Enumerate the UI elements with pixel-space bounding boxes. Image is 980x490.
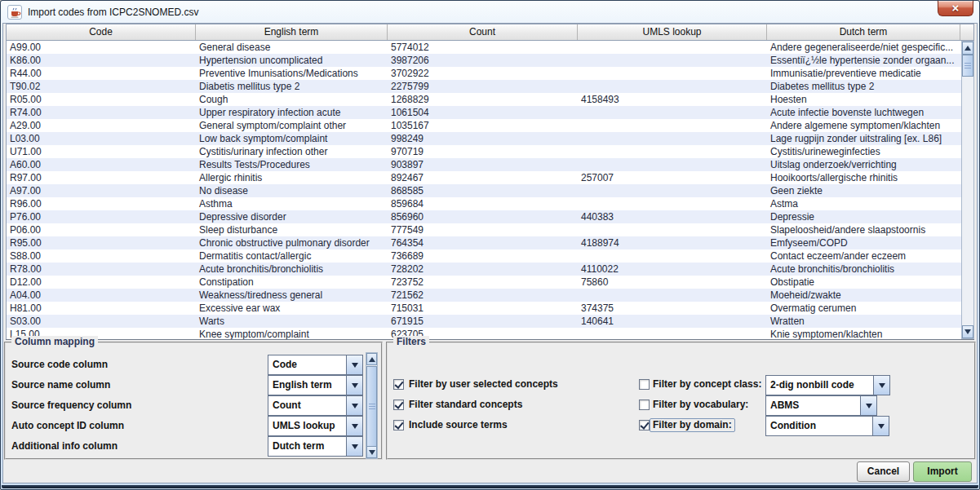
table-row[interactable]: R05.00Cough12688294158493Hoesten bbox=[7, 93, 961, 106]
table-scrollbar-up-button[interactable] bbox=[962, 42, 973, 55]
close-button[interactable]: × bbox=[938, 1, 973, 16]
table-row[interactable]: S03.00Warts671915140641Wratten bbox=[7, 315, 961, 328]
column-header-corner bbox=[960, 24, 973, 40]
additional-info-column-dropdown-arrow-button[interactable] bbox=[346, 437, 362, 456]
column-header-umls-lookup[interactable]: UMLS lookup bbox=[578, 24, 767, 40]
table-row[interactable]: D12.00Constipation72375275860Obstipatie bbox=[7, 276, 961, 289]
cell-dutch-term: Knie symptomen/klachten bbox=[767, 328, 960, 339]
filter-by-concept-class-checkbox[interactable] bbox=[639, 379, 650, 390]
titlebar[interactable]: Import codes from ICPC2SNOMED.csv bbox=[1, 1, 979, 23]
cell-english-term: Cough bbox=[196, 93, 388, 106]
table-row[interactable]: H81.00Excessive ear wax715031374375Overm… bbox=[7, 302, 961, 315]
table-row[interactable]: A04.00Weakness/tiredness general721562Mo… bbox=[7, 289, 961, 302]
table-row[interactable]: R78.00Acute bronchitis/bronchiolitis7282… bbox=[7, 263, 961, 276]
cell-umls-lookup bbox=[578, 145, 767, 158]
filter-by-vocabulary-checkbox[interactable] bbox=[639, 400, 650, 410]
table-scrollbar[interactable] bbox=[961, 41, 974, 339]
source-frequency-column-dropdown-value: Count bbox=[268, 396, 346, 415]
cell-umls-lookup: 440383 bbox=[578, 210, 767, 223]
source-frequency-column-dropdown-arrow-button[interactable] bbox=[346, 396, 362, 415]
table-row[interactable]: R96.00Asthma859684Astma bbox=[7, 197, 961, 210]
table-scrollbar-thumb[interactable] bbox=[962, 55, 973, 77]
column-mapping-title: Column mapping bbox=[11, 336, 98, 347]
auto-concept-id-column-dropdown-arrow-button[interactable] bbox=[346, 417, 362, 435]
source-code-column-dropdown[interactable]: Code bbox=[268, 355, 363, 375]
cell-count: 5774012 bbox=[388, 41, 578, 54]
table-row[interactable]: A60.00Results Tests/Procedures903897Uits… bbox=[7, 158, 961, 171]
filter-by-vocabulary-label: Filter by vocabulary: bbox=[653, 400, 748, 410]
cell-count: 715031 bbox=[388, 302, 578, 315]
cell-umls-lookup: 140641 bbox=[578, 315, 767, 328]
mapping-scrollbar-down-button[interactable] bbox=[366, 446, 377, 458]
cancel-button[interactable]: Cancel bbox=[857, 461, 910, 482]
filter-standard-concepts-checkbox[interactable] bbox=[393, 400, 404, 410]
filter-by-domain-dropdown-arrow-button[interactable] bbox=[872, 417, 889, 435]
table-row[interactable]: A29.00General symptom/complaint other103… bbox=[7, 119, 961, 132]
filter-by-vocabulary-dropdown[interactable]: ABMS bbox=[765, 395, 877, 416]
filter-by-concept-class-dropdown[interactable]: 2-dig nonbill code bbox=[765, 375, 890, 395]
filter-by-domain-checkbox[interactable] bbox=[639, 420, 650, 430]
column-header-count[interactable]: Count bbox=[388, 24, 578, 40]
filter-by-concept-class-dropdown-arrow-button[interactable] bbox=[873, 376, 889, 395]
column-header-code[interactable]: Code bbox=[7, 24, 196, 40]
cell-english-term: Weakness/tiredness general bbox=[196, 289, 388, 302]
source-name-column-dropdown[interactable]: English term bbox=[268, 375, 363, 395]
filter-by-domain-dropdown-value: Condition bbox=[766, 417, 872, 435]
table-row[interactable]: R44.00Preventive Imunisations/Medication… bbox=[7, 67, 961, 80]
source-name-column-dropdown-arrow-button[interactable] bbox=[346, 376, 362, 395]
mapping-scrollbar-up-button[interactable] bbox=[366, 353, 377, 365]
table-row[interactable]: A99.00General disease5774012Andere gegen… bbox=[7, 41, 961, 54]
cell-code: P76.00 bbox=[7, 210, 196, 223]
source-code-column-dropdown-arrow-button[interactable] bbox=[346, 355, 362, 374]
cell-count: 2275799 bbox=[388, 80, 578, 93]
table-row[interactable]: T90.02Diabetis mellitus type 22275799Dia… bbox=[7, 80, 961, 93]
table-row[interactable]: R97.00Allergic rhinitis892467257007Hooik… bbox=[7, 171, 961, 184]
filter-by-concept-class-dropdown-value: 2-dig nonbill code bbox=[766, 376, 873, 395]
cell-count: 1035167 bbox=[388, 119, 578, 132]
filter-by-user-selected-concepts-label: Filter by user selected concepts bbox=[409, 379, 558, 390]
table-row[interactable]: P06.00Sleep disturbance777549Slapelooshe… bbox=[7, 223, 961, 236]
window-bottom-edge bbox=[2, 485, 978, 488]
filter-by-domain-label: Filter by domain: bbox=[650, 418, 735, 432]
mapping-scrollbar[interactable] bbox=[366, 352, 378, 459]
table-row[interactable]: A97.00No disease868585Geen ziekte bbox=[7, 184, 961, 197]
table-row[interactable]: P76.00Depressive disorder856960440383Dep… bbox=[7, 210, 961, 223]
additional-info-column-dropdown-value: Dutch term bbox=[268, 437, 346, 456]
cell-umls-lookup bbox=[578, 184, 767, 197]
mapping-scrollbar-thumb[interactable] bbox=[366, 366, 377, 447]
cell-count: 764354 bbox=[388, 236, 578, 249]
source-frequency-column-dropdown[interactable]: Count bbox=[268, 395, 363, 416]
column-header-english-term[interactable]: English term bbox=[196, 24, 388, 40]
additional-info-column-dropdown[interactable]: Dutch term bbox=[268, 436, 363, 457]
table-row[interactable]: S88.00Dermatitis contact/allergic736689C… bbox=[7, 249, 961, 263]
cell-code: R05.00 bbox=[7, 93, 196, 106]
table-row[interactable]: L03.00Low back symptom/complaint998249La… bbox=[7, 132, 961, 145]
filters-title: Filters bbox=[393, 336, 429, 347]
auto-concept-id-column-label: Auto concept ID column bbox=[11, 421, 124, 431]
filter-by-vocabulary-dropdown-arrow-button[interactable] bbox=[860, 396, 876, 415]
codes-table: A99.00General disease5774012Andere gegen… bbox=[6, 41, 961, 339]
include-source-terms-checkbox[interactable] bbox=[393, 420, 404, 430]
auto-concept-id-column-dropdown[interactable]: UMLS lookup bbox=[268, 416, 363, 436]
table-row[interactable]: L15.00Knee symptom/complaint623705Knie s… bbox=[7, 328, 961, 339]
arrow-down-icon bbox=[964, 329, 971, 338]
import-button[interactable]: Import bbox=[913, 461, 972, 482]
cell-umls-lookup bbox=[578, 67, 767, 80]
arrow-up-icon bbox=[369, 354, 375, 362]
filter-by-domain-dropdown[interactable]: Condition bbox=[765, 416, 889, 436]
table-row[interactable]: R74.00Upper respiratory infection acute1… bbox=[7, 106, 961, 119]
table-row[interactable]: K86.00Hypertension uncomplicated3987206E… bbox=[7, 54, 961, 67]
table-scrollbar-down-button[interactable] bbox=[962, 325, 973, 338]
import-codes-window: Import codes from ICPC2SNOMED.csv × Code… bbox=[0, 0, 980, 490]
column-header-dutch-term[interactable]: Dutch term bbox=[767, 24, 960, 40]
cell-code: A99.00 bbox=[7, 41, 196, 54]
cell-dutch-term: Immunisatie/preventieve medicatie bbox=[767, 67, 960, 80]
filter-by-user-selected-concepts-checkbox[interactable] bbox=[393, 379, 404, 390]
cell-umls-lookup bbox=[578, 41, 767, 54]
table-row[interactable]: U71.00Cystitis/urinary infection other97… bbox=[7, 145, 961, 158]
source-name-column-dropdown-value: English term bbox=[268, 376, 346, 395]
table-row[interactable]: R95.00Chronic obstructive pulmonary diso… bbox=[7, 236, 961, 249]
auto-concept-id-column-dropdown-value: UMLS lookup bbox=[268, 417, 346, 435]
arrow-down-icon bbox=[369, 450, 375, 458]
cell-english-term: Sleep disturbance bbox=[196, 223, 388, 236]
